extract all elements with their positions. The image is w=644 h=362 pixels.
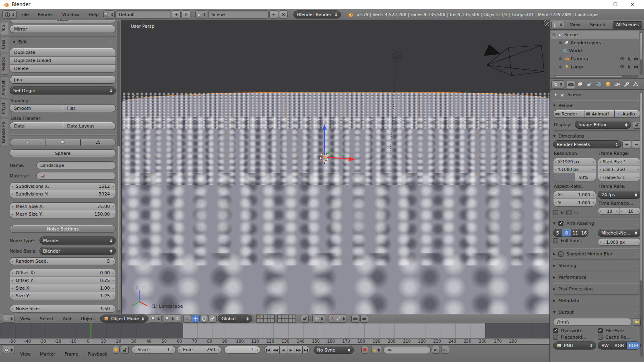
sync-mode-dropdown[interactable]: No Sync xyxy=(314,346,354,354)
edit-panel-header[interactable]: ▼ Edit :::: xyxy=(10,38,116,46)
properties-scrollbar[interactable] xyxy=(640,91,643,357)
render-display-dropdown[interactable]: Image Editor xyxy=(575,121,631,129)
opengl-render-button[interactable] xyxy=(351,315,359,323)
layers-grid-1[interactable] xyxy=(256,315,275,323)
frame-step-field[interactable]: ◂Frame S: 1▸ xyxy=(598,173,640,181)
mesh-size-x-field[interactable]: ◂Mesh Size X:75.00▸ xyxy=(10,203,116,210)
eye-icon[interactable] xyxy=(620,64,625,69)
remap-old-field[interactable]: ◂10▸ xyxy=(598,207,619,215)
color-mode-rgb[interactable]: RGB xyxy=(612,341,626,350)
opengl-render-animation-button[interactable] xyxy=(360,315,368,323)
delete-layout-button[interactable]: ✕ xyxy=(182,10,190,19)
menu-file[interactable]: File xyxy=(17,9,33,20)
tab-world[interactable] xyxy=(594,80,603,88)
jump-to-start-button[interactable]: ▮◀ xyxy=(264,346,272,354)
camera-icon[interactable] xyxy=(634,56,638,61)
keying-set-field[interactable] xyxy=(383,346,431,354)
menu-view[interactable]: View xyxy=(16,346,35,362)
end-frame-field[interactable]: ◂End F: 250▸ xyxy=(598,166,640,173)
menu-view[interactable]: View xyxy=(16,314,35,323)
collapse-icon[interactable]: ⊖ xyxy=(551,33,556,37)
menu-select[interactable]: Select xyxy=(36,314,58,323)
editor-type-selector[interactable] xyxy=(551,80,564,88)
cursor-arrow-icon[interactable] xyxy=(627,64,632,69)
aspect-y-field[interactable]: ◂Y:1.000▸ xyxy=(553,199,596,206)
scene-selector[interactable] xyxy=(195,10,207,19)
proportional-edit-selector[interactable] xyxy=(312,315,325,323)
aa-filter-dropdown[interactable]: Mitchell-Ne... xyxy=(598,229,641,237)
tab-create[interactable]: Crea xyxy=(0,36,8,52)
expand-icon[interactable]: ⊕ xyxy=(558,41,563,45)
outliner-item-scene[interactable]: ⊖ Scene xyxy=(551,31,639,39)
mesh-size-y-field[interactable]: ◂Mesh Size Y:150.00▸ xyxy=(10,210,116,218)
lock-to-scene-button[interactable] xyxy=(301,315,309,323)
outliner-scrollbar[interactable] xyxy=(640,31,643,75)
use-preview-range-button[interactable] xyxy=(113,346,120,354)
render-engine-dropdown[interactable]: Blender Render xyxy=(293,10,341,19)
tab-render-layers[interactable] xyxy=(576,80,584,88)
menu-frame[interactable]: Frame xyxy=(60,346,82,362)
menu-view[interactable]: View xyxy=(566,20,584,29)
sphere-display-button[interactable] xyxy=(45,139,80,146)
anti-aliasing-panel-header[interactable]: ▼ Anti-Aliasing :::: xyxy=(553,219,641,228)
cursor-arrow-icon[interactable] xyxy=(627,56,632,61)
border-checkbox[interactable]: B xyxy=(553,210,564,215)
join-button[interactable]: Join xyxy=(10,76,116,84)
metadata-panel-header[interactable]: ▶ Metadata :::: xyxy=(553,296,641,305)
insert-keyframe-button[interactable] xyxy=(432,346,440,354)
smooth-button[interactable]: Smooth xyxy=(10,104,63,112)
menu-render[interactable]: Render xyxy=(33,9,57,20)
auto-keyframe-button[interactable] xyxy=(361,346,368,354)
aspect-x-field[interactable]: ◂X:1.000▸ xyxy=(553,191,596,199)
overwrite-checkbox[interactable]: Overwrite xyxy=(553,328,596,333)
aa-samples-11[interactable]: 11 xyxy=(571,229,580,237)
motion-blur-panel-header[interactable]: ▶ Sampled Motion Blur :::: xyxy=(553,249,641,259)
file-extensions-checkbox[interactable]: File Exte... xyxy=(598,328,641,333)
duplicate-button[interactable]: Duplicate xyxy=(10,48,116,56)
tab-object[interactable] xyxy=(604,80,612,88)
viewport-shading-selector[interactable] xyxy=(149,315,162,323)
render-audio-button[interactable]: Audio xyxy=(615,110,641,118)
aa-samples-8[interactable]: 8 xyxy=(562,229,571,237)
snap-selector[interactable] xyxy=(328,315,347,323)
size-y-field[interactable]: ◂Size Y:1.25▸ xyxy=(10,292,116,300)
menu-add[interactable]: Add xyxy=(59,314,75,323)
size-x-field[interactable]: ◂Size X:1.00▸ xyxy=(10,284,116,292)
viewport-3d[interactable]: z User Persp (1) Landscape xyxy=(122,20,549,314)
screen-layout-selector[interactable] xyxy=(103,10,115,19)
performance-panel-header[interactable]: ▶ Performance :::: xyxy=(553,273,641,282)
outliner-item-lamp[interactable]: ⊕ Lamp xyxy=(551,63,639,71)
layers-grid-2[interactable] xyxy=(277,315,296,323)
tab-animation[interactable]: Animati xyxy=(0,76,8,99)
tab-constraints[interactable] xyxy=(613,80,621,88)
cursor-star-button[interactable] xyxy=(10,139,45,146)
pixel-filter-size-field[interactable]: ◂: 1.000 px▸ xyxy=(598,238,641,246)
render-presets-dropdown[interactable]: Render Presets xyxy=(553,140,621,148)
menu-help[interactable]: Help xyxy=(85,9,103,20)
outliner-item-renderlayers[interactable]: ⊕ RenderLayers xyxy=(551,39,639,47)
delete-scene-button[interactable]: ✕ xyxy=(279,10,288,19)
add-scene-button[interactable]: + xyxy=(269,10,278,19)
tab-render[interactable] xyxy=(567,80,575,88)
tab-physics[interactable]: Physi xyxy=(0,100,8,117)
delete-button[interactable]: Delete xyxy=(10,64,116,72)
menu-object[interactable]: Object xyxy=(76,314,99,323)
lock-time-button[interactable] xyxy=(121,346,129,354)
jump-to-end-button[interactable]: ▶▮ xyxy=(302,346,310,354)
render-button[interactable]: Render xyxy=(553,110,584,118)
tab-modifiers[interactable] xyxy=(622,80,630,88)
placeholders-checkbox[interactable]: Placehold... xyxy=(553,335,596,340)
delete-keyframe-button[interactable] xyxy=(441,346,449,354)
play-reverse-button[interactable]: ◀ xyxy=(279,346,287,354)
tab-tools[interactable]: Too xyxy=(0,22,8,35)
orientation-dropdown[interactable]: Global xyxy=(218,315,252,323)
tool-shelf-scrollbar[interactable] xyxy=(117,21,120,313)
tab-relations[interactable]: Relatio xyxy=(0,54,8,75)
add-preset-button[interactable]: + xyxy=(622,140,631,148)
region-resize-grip[interactable] xyxy=(544,20,549,26)
jump-prev-keyframe-button[interactable]: ◀◀ xyxy=(272,346,279,354)
expand-icon[interactable]: ⊕ xyxy=(558,65,563,69)
minimize-button[interactable]: — xyxy=(590,0,607,9)
aa-samples-5[interactable]: 5 xyxy=(553,229,562,237)
jump-next-keyframe-button[interactable]: ▶▶ xyxy=(295,346,302,354)
